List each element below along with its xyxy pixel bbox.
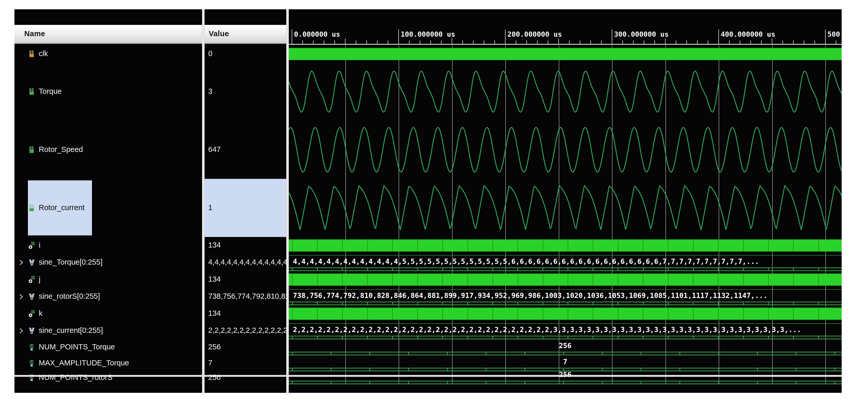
signal-row-name-NUM_POINTS_rotorS[interactable]: NUM_POINTS_rotorS <box>14 371 202 384</box>
bus-value-text: 7 <box>563 358 567 366</box>
signal-type-icon-const <box>28 360 36 367</box>
wave-row-NUM_POINTS_rotorS[interactable]: 256 <box>289 371 842 384</box>
signal-name-label: NUM_POINTS_Torque <box>39 343 115 351</box>
signal-row-name-k[interactable]: k <box>14 305 202 322</box>
signal-row-value-i[interactable]: 134 <box>205 237 286 254</box>
signal-row-name-MAX_AMPLITUDE_Torque[interactable]: MAX_AMPLITUDE_Torque <box>14 355 202 371</box>
signal-row-name-Rotor_current[interactable]: Rotor_current <box>14 179 202 237</box>
wave-row-Rotor_current[interactable] <box>289 179 842 237</box>
wave-row-Torque[interactable] <box>289 63 842 121</box>
signal-value-label: 134 <box>208 275 221 283</box>
signal-row-name-sine_Torque[0:255][interactable]: sine_Torque[0:255] <box>14 254 202 271</box>
ruler-label: 400.000000 us <box>721 30 775 38</box>
panel-splitter-name-value[interactable] <box>202 9 205 393</box>
signal-type-icon-array <box>28 327 36 335</box>
signal-name-label: sine_current[0:255] <box>39 326 103 335</box>
signal-value-label: 134 <box>208 241 221 249</box>
signal-row-value-sine_rotorS[0:255][interactable]: 738,756,774,792,810,82 <box>205 288 286 305</box>
signal-type-icon-counter <box>28 276 36 283</box>
signal-name-label: Rotor_Speed <box>39 145 83 154</box>
waveform-viewer-window: Name clkTorqueRotor_SpeedRotor_currentis… <box>14 9 842 393</box>
signal-value-label: 7 <box>208 359 212 367</box>
signal-name-label: Torque <box>39 87 62 96</box>
signal-row-name-sine_current[0:255][interactable]: sine_current[0:255] <box>14 322 202 339</box>
chevron-right-icon[interactable] <box>18 327 25 334</box>
signal-row-value-j[interactable]: 134 <box>205 271 286 288</box>
ruler-label: 200.000000 us <box>507 30 562 38</box>
signal-type-icon-counter <box>28 310 36 317</box>
signal-value-label: 2,2,2,2,2,2,2,2,2,2,2,2,2,2,2 <box>208 326 286 335</box>
signal-row-name-i[interactable]: i <box>14 237 202 254</box>
signal-type-icon-counter <box>28 242 36 249</box>
signal-type-icon-const <box>28 343 36 351</box>
signal-row-name-Rotor_Speed[interactable]: Rotor_Speed <box>14 121 202 179</box>
signal-row-name-NUM_POINTS_Torque[interactable]: NUM_POINTS_Torque <box>14 339 202 355</box>
signal-value-label: 134 <box>208 309 221 317</box>
signal-name-label: Rotor_current <box>39 204 85 212</box>
waveform-panel[interactable]: 0.000000 us100.000000 us200.000000 us300… <box>289 9 842 393</box>
signal-name-label: MAX_AMPLITUDE_Torque <box>39 359 129 367</box>
signal-value-label: 0 <box>208 49 212 58</box>
signal-name-label: NUM_POINTS_rotorS <box>39 373 113 382</box>
bus-value-text: 4,4,4,4,4,4,4,4,4,4,4,4,4,5,5,5,5,5,5,5,… <box>293 257 759 266</box>
signal-value-label: 1 <box>208 204 212 212</box>
wave-row-sine_current[0:255][interactable]: 2,2,2,2,2,2,2,2,2,2,2,2,2,2,2,2,2,2,2,2,… <box>289 322 842 339</box>
signal-name-panel: Name clkTorqueRotor_SpeedRotor_currentis… <box>14 9 202 393</box>
bus-value-text: 2,2,2,2,2,2,2,2,2,2,2,2,2,2,2,2,2,2,2,2,… <box>293 326 801 334</box>
signal-row-value-Rotor_Speed[interactable]: 647 <box>205 121 286 179</box>
signal-value-panel: Value 0364711344,4,4,4,4,4,4,4,4,4,4,4,4… <box>205 9 286 393</box>
signal-row-value-Rotor_current[interactable]: 1 <box>205 179 286 237</box>
signal-row-value-MAX_AMPLITUDE_Torque[interactable]: 7 <box>205 355 286 371</box>
wave-row-i[interactable] <box>289 237 842 254</box>
name-column-header[interactable]: Name <box>14 25 202 44</box>
ruler-label: 500.000000 us <box>828 30 842 38</box>
chevron-right-icon[interactable] <box>18 259 25 266</box>
signal-row-value-Torque[interactable]: 3 <box>205 63 286 121</box>
signal-row-name-j[interactable]: j <box>14 271 202 288</box>
ruler-label: 100.000000 us <box>401 30 455 38</box>
signal-type-icon-scalar-orange <box>28 50 36 58</box>
signal-type-icon-array <box>28 259 36 267</box>
name-column-title: Name <box>24 29 45 38</box>
bus-value-text: 738,756,774,792,810,828,846,864,881,899,… <box>293 291 768 300</box>
signal-value-label: 256 <box>208 373 221 382</box>
wave-row-j[interactable] <box>289 271 842 288</box>
wave-row-k[interactable] <box>289 305 842 322</box>
signal-name-label: sine_rotorS[0:255] <box>39 292 100 301</box>
signal-type-icon-scalar-green <box>28 204 36 212</box>
signal-row-value-NUM_POINTS_Torque[interactable]: 256 <box>205 339 286 355</box>
wave-row-MAX_AMPLITUDE_Torque[interactable]: 7 <box>289 355 842 371</box>
signal-name-label: clk <box>39 49 48 58</box>
wave-row-sine_rotorS[0:255][interactable]: 738,756,774,792,810,828,846,864,881,899,… <box>289 288 842 305</box>
signal-value-label: 3 <box>208 87 212 96</box>
wave-row-Rotor_Speed[interactable] <box>289 121 842 179</box>
value-column-header[interactable]: Value <box>205 25 286 44</box>
wave-row-NUM_POINTS_Torque[interactable]: 256 <box>289 339 842 355</box>
signal-row-value-clk[interactable]: 0 <box>205 45 286 63</box>
page: Name clkTorqueRotor_SpeedRotor_currentis… <box>0 0 868 399</box>
wave-row-clk[interactable] <box>289 45 842 63</box>
bottom-scroll-divider <box>14 375 842 377</box>
chevron-right-icon[interactable] <box>18 293 25 300</box>
signal-name-label: k <box>39 309 43 317</box>
signal-row-value-sine_current[0:255][interactable]: 2,2,2,2,2,2,2,2,2,2,2,2,2,2,2 <box>205 322 286 339</box>
signal-type-icon-scalar-green <box>28 146 36 154</box>
signal-type-icon-array <box>28 293 36 301</box>
signal-row-name-Torque[interactable]: Torque <box>14 63 202 121</box>
signal-row-value-k[interactable]: 134 <box>205 305 286 322</box>
wave-row-sine_Torque[0:255][interactable]: 4,4,4,4,4,4,4,4,4,4,4,4,4,5,5,5,5,5,5,5,… <box>289 254 842 271</box>
ruler-label: 300.000000 us <box>614 30 669 38</box>
signal-type-icon-scalar-green <box>28 88 36 96</box>
panel-splitter-value-wave[interactable] <box>286 9 289 393</box>
bus-value-text: 256 <box>559 342 572 350</box>
signal-name-label: j <box>39 275 40 283</box>
signal-row-value-NUM_POINTS_rotorS[interactable]: 256 <box>205 371 286 384</box>
signal-value-label: 738,756,774,792,810,82 <box>208 292 286 301</box>
signal-name-label: i <box>39 241 40 249</box>
signal-row-value-sine_Torque[0:255][interactable]: 4,4,4,4,4,4,4,4,4,4,4,4,4,4,5,5 <box>205 254 286 271</box>
signal-row-name-clk[interactable]: clk <box>14 45 202 63</box>
signal-row-name-sine_rotorS[0:255][interactable]: sine_rotorS[0:255] <box>14 288 202 305</box>
time-ruler[interactable]: 0.000000 us100.000000 us200.000000 us300… <box>289 25 842 45</box>
value-column-title: Value <box>209 29 229 38</box>
selection-highlight <box>205 179 286 237</box>
